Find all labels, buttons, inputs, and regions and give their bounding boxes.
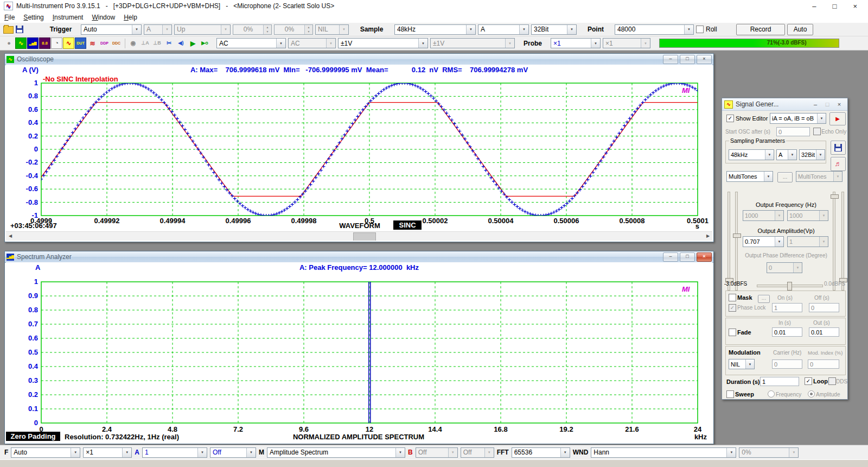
range-a-dropdown[interactable]: ±1V▼ [338,38,428,48]
dropdown-arrow-icon[interactable]: ▼ [418,39,427,48]
titlebar[interactable]: ∿ Multi-Instrument Pro 3.9.15.1 - [+3DP+… [0,0,868,12]
scroll-thumb[interactable] [353,232,376,241]
sample-bits-dropdown[interactable]: 32Bit▼ [531,24,577,35]
siggen-close-button[interactable]: × [833,101,845,108]
input-peripheral-icon[interactable]: ◉ [127,37,139,49]
dropdown-arrow-icon[interactable]: ▼ [339,25,348,34]
sweep-amplitude-radio[interactable] [808,390,815,397]
start-osc-field[interactable] [776,127,810,136]
spectrum-3d-plot-icon[interactable]: ◔ [51,37,62,49]
fade-in-field[interactable] [772,327,802,337]
dropdown-arrow-icon[interactable]: ▼ [519,25,528,34]
minimize-button[interactable]: – [812,2,816,10]
dropdown-arrow-icon[interactable]: ▼ [765,150,774,160]
sweep-frequency-radio[interactable] [768,390,775,397]
fade-out-field[interactable] [809,327,839,337]
probe-a-dropdown[interactable]: ×1▼ [551,38,601,48]
dropdown-arrow-icon[interactable]: ▼ [197,448,207,457]
dut-icon[interactable]: DUT [75,37,86,49]
dbfs-slider[interactable] [757,285,823,287]
mask-on-field[interactable] [772,303,802,312]
scroll-right-icon[interactable]: ▶ [704,232,712,241]
auto-button[interactable]: Auto [787,24,813,35]
trigger-marker-a-icon[interactable]: ⊥A [139,37,151,49]
siggen-minimize-button[interactable]: – [809,101,821,108]
dropdown-arrow-icon[interactable]: ▼ [122,448,131,457]
trigger-source-dropdown[interactable]: A▼ [144,24,172,35]
channel-b-range-dropdown[interactable]: Off▼ [416,447,458,458]
scroll-left-icon[interactable]: ◀ [6,232,15,241]
signal-generator-titlebar[interactable]: ∿ Signal Gener... – □ × [722,98,847,111]
level-slider-track-a-left[interactable] [727,192,730,291]
scope-minimize-button[interactable]: – [663,55,678,64]
fade-checkbox[interactable] [729,329,736,336]
scope-close-button[interactable]: × [697,55,712,64]
dropdown-arrow-icon[interactable]: ▼ [726,448,736,457]
waveform-more-button[interactable]: ... [777,172,793,182]
routing-dropdown[interactable]: iA = oA, iB = oB▼ [770,113,826,124]
phase-lock-checkbox[interactable]: ✓ [729,304,736,312]
run-icon[interactable]: ▶ [187,37,199,49]
spectrum-titlebar[interactable]: ▂▅▇ Spectrum Analyzer – □ × [5,251,713,263]
menu-setting[interactable]: Setting [19,12,48,22]
dropdown-arrow-icon[interactable]: ▼ [816,150,825,160]
slider-thumb[interactable] [787,282,792,291]
spectrum-analyzer-icon[interactable]: ▂▅▇ [27,37,39,49]
dropdown-arrow-icon[interactable]: ▼ [162,25,171,34]
coupling-a-dropdown[interactable]: AC▼ [216,38,286,48]
spectrum-close-button[interactable]: × [697,253,712,262]
derived-curves-icon[interactable]: ≋ [87,37,98,49]
spectrum-restore-button[interactable]: □ [680,253,695,262]
hold-icon[interactable]: ● [3,37,15,49]
range-b-dropdown[interactable]: ±1V▼ [430,38,515,48]
dropdown-arrow-icon[interactable]: ▼ [793,263,802,273]
dropdown-arrow-icon[interactable]: ▼ [764,172,773,181]
phase-difference-dropdown[interactable]: 0▼ [767,262,802,273]
dropdown-arrow-icon[interactable]: ▼ [817,113,826,123]
scope-restore-button[interactable]: □ [680,55,695,64]
slider-thumb[interactable] [733,234,741,238]
dds-checkbox[interactable] [828,377,836,385]
signal-generator-icon[interactable]: ∿ [63,37,74,49]
sample-rate-dropdown[interactable]: 48kHz▼ [394,24,476,35]
fft-size-dropdown[interactable]: 65536▼ [512,447,570,458]
spectrum-plot[interactable]: 02.44.87.29.61214.416.819.221.62410.90.8… [7,273,712,443]
spinner-arrows-icon[interactable]: ▲▼ [263,25,271,34]
amplitude-b-dropdown[interactable]: 1▼ [787,236,828,247]
dropdown-arrow-icon[interactable]: ▼ [560,448,570,457]
spinner-arrows-icon[interactable]: ▲▼ [304,25,312,34]
carrier-field[interactable] [772,359,802,369]
roll-checkbox-group[interactable]: Roll [696,26,725,33]
trigger-hpf-dropdown[interactable]: NIL▼ [315,24,349,35]
oscilloscope-titlebar[interactable]: ∿ Oscilloscope – □ × [5,54,713,65]
siggen-library-button[interactable]: ♬ [831,157,846,171]
dropdown-arrow-icon[interactable]: ▼ [505,39,514,48]
window-function-dropdown[interactable]: Hann▼ [591,447,736,458]
maximize-button[interactable]: □ [833,2,837,10]
dropdown-arrow-icon[interactable]: ▼ [788,150,796,160]
waveform-a-dropdown[interactable]: MultiTones▼ [726,171,773,182]
echo-only-checkbox[interactable] [813,128,821,135]
mask-more-button[interactable]: ... [758,295,770,303]
level-slider-b[interactable] [833,192,835,291]
siggen-bits-dropdown[interactable]: 32Bit▼ [799,149,825,160]
waveform-plot[interactable]: 0.49990.499920.499940.499960.499980.50.5… [7,75,712,234]
dropdown-arrow-icon[interactable]: ▼ [466,25,475,34]
dropdown-arrow-icon[interactable]: ▼ [484,448,494,457]
freq-range-dropdown[interactable]: Auto▼ [11,447,80,458]
freq-multiplier-dropdown[interactable]: ×1▼ [83,447,132,458]
spectrum-minimize-button[interactable]: – [663,253,678,262]
channel-b-ref-dropdown[interactable]: Off▼ [461,447,494,458]
frequency-a-dropdown[interactable]: 1000▼ [743,210,784,221]
dropdown-arrow-icon[interactable]: ▼ [71,448,80,457]
menu-help[interactable]: Help [119,12,142,22]
open-file-icon[interactable] [3,26,14,34]
dropdown-arrow-icon[interactable]: ▼ [684,25,693,34]
dropdown-arrow-icon[interactable]: ▼ [326,39,335,48]
channel-a-ref-dropdown[interactable]: Off▼ [210,447,256,458]
mask-checkbox[interactable] [729,294,736,301]
dropdown-arrow-icon[interactable]: ▼ [246,448,256,457]
multimeter-icon[interactable]: 8.8 [39,37,50,49]
dropdown-arrow-icon[interactable]: ▼ [833,172,842,181]
siggen-run-button[interactable]: ▶ [829,112,846,125]
